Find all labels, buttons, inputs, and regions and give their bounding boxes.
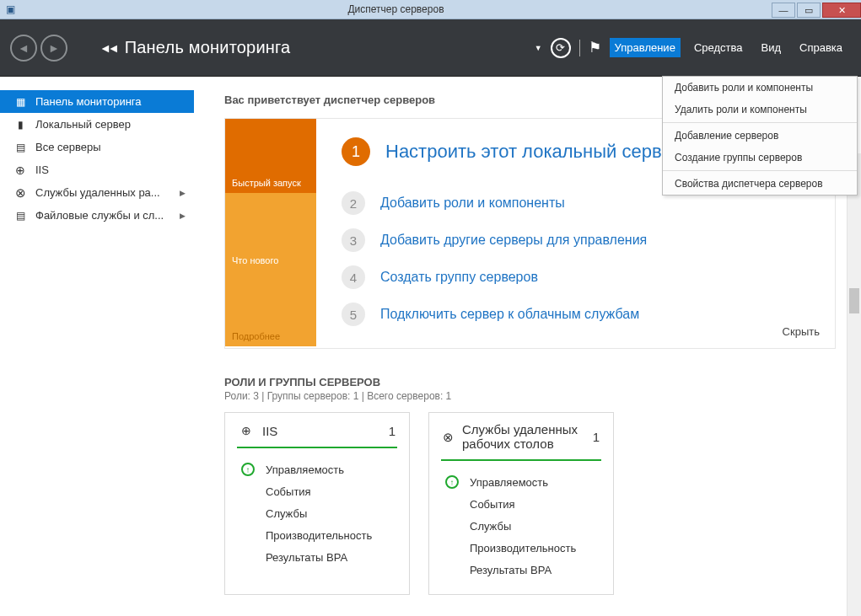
dd-separator xyxy=(663,122,857,123)
step-label: Настроить этот локальный серв xyxy=(385,141,662,163)
dd-properties[interactable]: Свойства диспетчера серверов xyxy=(663,173,857,195)
header-bar: ◄ ► ◄◄ Панель мониторинга ▼ ⟳ ⚑ Управлен… xyxy=(0,19,861,77)
breadcrumb: ◄◄ Панель мониторинга xyxy=(100,38,290,57)
roles-header: РОЛИ И ГРУППЫ СЕРВЕРОВ xyxy=(224,376,861,388)
chevron-right-icon: ▶ xyxy=(180,212,186,220)
window-title: Диспетчер серверов xyxy=(20,3,772,15)
step-5[interactable]: 5 Подключить сервер к облачным службам xyxy=(342,303,820,326)
chevron-left-icon: ◄◄ xyxy=(100,41,116,55)
forward-button[interactable]: ► xyxy=(40,35,67,62)
tile-header: IIS 1 xyxy=(239,423,396,438)
tile-rds[interactable]: Службы удаленных рабочих столов 1 ↑ Упра… xyxy=(428,412,614,595)
dashboard-icon xyxy=(13,95,27,109)
tile-row[interactable]: События xyxy=(239,480,396,502)
tile-title: Службы удаленных рабочих столов xyxy=(462,423,584,451)
globe-icon xyxy=(13,163,27,177)
tile-row-label: Производительность xyxy=(266,529,372,542)
tile-row-label: Результаты BPA xyxy=(266,551,347,564)
sidebar-item-dashboard[interactable]: Панель мониторинга xyxy=(0,90,194,113)
globe-icon xyxy=(239,423,254,438)
title-bar: ▣ Диспетчер серверов — ▭ ✕ xyxy=(0,0,861,19)
sidebar-item-local[interactable]: Локальный сервер xyxy=(0,113,194,136)
menu-help[interactable]: Справка xyxy=(794,38,848,57)
chevron-right-icon: ▶ xyxy=(180,189,186,197)
tile-row[interactable]: Службы xyxy=(443,515,600,537)
tile-row[interactable]: ↑ Управляемость xyxy=(443,471,600,493)
sidebar-item-label: Службы удаленных ра... xyxy=(35,186,160,199)
scrollbar-thumb[interactable] xyxy=(849,288,859,313)
dd-add-servers[interactable]: Добавление серверов xyxy=(663,125,857,147)
close-button[interactable]: ✕ xyxy=(822,3,861,18)
step-number: 2 xyxy=(342,191,365,215)
roles-subheader: Роли: 3 | Группы серверов: 1 | Всего сер… xyxy=(224,390,861,402)
divider xyxy=(579,40,580,56)
sidebar: Панель мониторинга Локальный сервер Все … xyxy=(0,77,194,616)
step-label: Подключить сервер к облачным службам xyxy=(380,307,639,322)
rds-icon xyxy=(13,186,27,200)
tile-row-label: Службы xyxy=(470,520,511,533)
panel-left-column: Быстрый запуск Что нового Подробнее xyxy=(225,119,316,348)
tile-row[interactable]: Результаты BPA xyxy=(239,546,396,568)
dd-create-group[interactable]: Создание группы серверов xyxy=(663,147,857,169)
menu-tools[interactable]: Средства xyxy=(689,38,748,57)
step-label: Добавить другие серверы для управления xyxy=(380,233,647,248)
flag-icon[interactable]: ⚑ xyxy=(589,39,601,56)
tile-row-label: Результаты BPA xyxy=(470,564,552,576)
maximize-button[interactable]: ▭ xyxy=(797,3,821,18)
back-button[interactable]: ◄ xyxy=(10,35,37,62)
header-right: ▼ ⟳ ⚑ Управление Средства Вид Справка xyxy=(535,38,848,58)
sidebar-item-iis[interactable]: IIS xyxy=(0,158,194,181)
step-number: 1 xyxy=(342,137,370,166)
tile-count: 1 xyxy=(593,430,600,444)
tile-row[interactable]: Производительность xyxy=(239,524,396,546)
tile-row[interactable]: События xyxy=(443,493,600,515)
hide-link[interactable]: Скрыть xyxy=(783,325,820,338)
step-3[interactable]: 3 Добавить другие серверы для управления xyxy=(342,228,820,252)
tile-title: IIS xyxy=(262,424,277,438)
step-number: 5 xyxy=(342,303,365,326)
sidebar-item-rds[interactable]: Службы удаленных ра... ▶ xyxy=(0,181,194,204)
menu-view[interactable]: Вид xyxy=(756,38,786,57)
tile-row[interactable]: Службы xyxy=(239,502,396,524)
scrollbar[interactable] xyxy=(847,153,861,616)
minimize-button[interactable]: — xyxy=(772,3,795,18)
refresh-icon[interactable]: ⟳ xyxy=(551,38,571,58)
tile-row[interactable]: Производительность xyxy=(443,537,600,559)
learn-more-tab[interactable]: Подробнее xyxy=(225,271,316,346)
tile-row-label: Производительность xyxy=(470,542,576,554)
sidebar-item-label: Файловые службы и сл... xyxy=(35,209,164,222)
whats-new-tab[interactable]: Что нового xyxy=(225,193,316,271)
servers-icon xyxy=(13,141,27,154)
breadcrumb-label: Панель мониторинга xyxy=(125,38,291,57)
menu-manage[interactable]: Управление xyxy=(610,38,681,57)
tile-row-label: Управляемость xyxy=(470,476,548,489)
quick-start-tab[interactable]: Быстрый запуск xyxy=(225,119,316,193)
step-label: Добавить роли и компоненты xyxy=(380,196,565,211)
status-bar xyxy=(441,459,601,461)
step-4[interactable]: 4 Создать группу серверов xyxy=(342,265,820,289)
disk-icon xyxy=(13,209,27,222)
tile-row[interactable]: ↑ Управляемость xyxy=(239,458,396,480)
sidebar-item-label: Панель мониторинга xyxy=(35,95,142,108)
tiles-row: IIS 1 ↑ Управляемость События Службы Про… xyxy=(224,412,861,595)
tile-count: 1 xyxy=(389,424,396,438)
dd-remove-roles[interactable]: Удалить роли и компоненты xyxy=(663,99,857,121)
step-number: 4 xyxy=(342,265,365,289)
status-bar xyxy=(237,447,397,448)
tile-row-label: Управляемость xyxy=(266,463,344,476)
dropdown-arrow-icon[interactable]: ▼ xyxy=(535,44,542,52)
sidebar-item-label: Все серверы xyxy=(35,141,101,153)
tile-row[interactable]: Результаты BPA xyxy=(443,559,600,581)
dd-add-roles[interactable]: Добавить роли и компоненты xyxy=(663,77,857,99)
dd-separator xyxy=(663,170,857,171)
step-number: 3 xyxy=(342,228,365,252)
sidebar-item-fileservices[interactable]: Файловые службы и сл... ▶ xyxy=(0,204,194,227)
rds-icon xyxy=(443,430,454,445)
tile-row-label: События xyxy=(470,498,515,511)
server-icon xyxy=(13,118,27,131)
tile-header: Службы удаленных рабочих столов 1 xyxy=(443,423,600,451)
sidebar-item-all[interactable]: Все серверы xyxy=(0,136,194,158)
tile-iis[interactable]: IIS 1 ↑ Управляемость События Службы Про… xyxy=(224,412,410,595)
sidebar-item-label: IIS xyxy=(35,163,49,176)
status-up-icon: ↑ xyxy=(444,474,460,490)
